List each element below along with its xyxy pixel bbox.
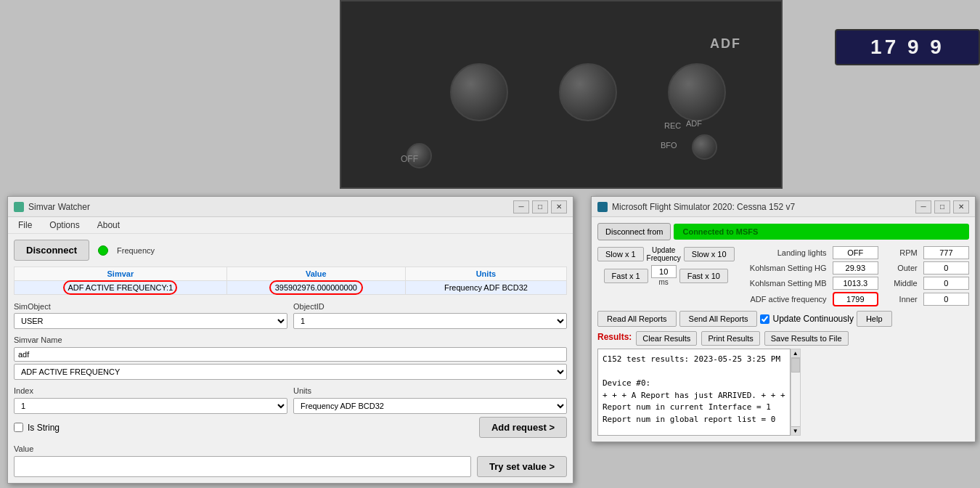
result-line-1 [603, 366, 785, 378]
update-continuously-row: Update Continuously [760, 314, 853, 324]
msfs-connected-bar: Connected to MSFS [674, 224, 969, 240]
simvar-name-input[interactable] [14, 347, 567, 362]
simvar-dropdown[interactable]: ADF ACTIVE FREQUENCY [14, 364, 567, 380]
simvar-maximize-btn[interactable]: □ [532, 200, 548, 214]
simvar-titlebar: Simvar Watcher ─ □ ✕ [8, 197, 573, 217]
read-all-reports-button[interactable]: Read All Reports [597, 311, 677, 327]
result-line-6 [603, 426, 785, 436]
msfs-body: Disconnect from Connected to MSFS Slow x… [592, 217, 975, 442]
msfs-minimize-btn[interactable]: ─ [915, 200, 931, 214]
fast-x10-button[interactable]: Fast x 10 [679, 269, 728, 283]
result-line-3: + + + A Report has just ARRIVED. + + + [603, 390, 785, 402]
add-request-button[interactable]: Add request > [479, 417, 567, 438]
print-results-button[interactable]: Print Results [701, 331, 759, 346]
index-select[interactable]: 1 [14, 398, 287, 414]
value-label: Value [14, 444, 33, 453]
simvar-table-container: Simvar Value Units ADF ACTIVE FREQUENCY:… [14, 267, 567, 295]
fast-x1-button[interactable]: Fast x 1 [604, 269, 648, 283]
msfs-titlebar: Microsoft Flight Simulator 2020: Cessna … [592, 197, 975, 217]
msfs-maximize-btn[interactable]: □ [934, 200, 950, 214]
units-select[interactable]: Frequency ADF BCD32 [293, 398, 567, 414]
results-content: C152 test results: 2023-05-25 3:25 PM De… [597, 349, 791, 436]
rpm-value: 777 [923, 246, 969, 259]
adf-knob-1[interactable] [450, 63, 508, 121]
slow-row: Slow x 1 UpdateFrequency Slow x 10 [597, 246, 735, 262]
update-continuously-label: Update Continuously [772, 314, 853, 324]
menu-options[interactable]: Options [45, 219, 83, 232]
table-row[interactable]: ADF ACTIVE FREQUENCY:1 395902976.0000000… [15, 281, 567, 295]
scroll-down-btn[interactable]: ▼ [791, 426, 800, 435]
msfs-disconnect-button[interactable]: Disconnect from [597, 223, 671, 240]
msfs-window: Microsoft Flight Simulator 2020: Cessna … [591, 196, 976, 442]
simvar-close-btn[interactable]: ✕ [551, 200, 567, 214]
update-freq-label: UpdateFrequency [647, 246, 681, 262]
units-label: Units [293, 386, 311, 395]
objectid-label: ObjectID [293, 302, 567, 311]
simvar-name-label: Simvar Name [14, 336, 62, 344]
landing-lights-label: Landing lights [740, 248, 827, 257]
results-section: Results: Clear Results Print Results Sav… [597, 331, 969, 436]
adf-knob-2[interactable] [559, 63, 617, 121]
simvar-body: Disconnect Frequency Simvar Value Units … [8, 234, 573, 483]
msfs-close-btn[interactable]: ✕ [953, 200, 969, 214]
msfs-fields-grid: Landing lights OFF RPM 777 Kohlsman Sett… [740, 246, 969, 306]
scroll-up-btn[interactable]: ▲ [791, 349, 800, 358]
save-results-button[interactable]: Save Results to File [764, 331, 849, 346]
results-area: C152 test results: 2023-05-25 3:25 PM De… [597, 349, 969, 436]
inner-value: 0 [923, 293, 969, 306]
connection-indicator [98, 245, 108, 256]
simvar-form: SimObject USER ObjectID 1 [14, 302, 567, 329]
inner-label: Inner [884, 295, 918, 304]
outer-label: Outer [884, 264, 918, 272]
cell-units: Frequency ADF BCD32 [405, 281, 566, 295]
ms-center: 10 ms [651, 265, 677, 286]
msfs-title: Microsoft Flight Simulator 2020: Cessna … [597, 202, 795, 212]
adf-freq-value: 1799 [833, 292, 878, 306]
results-scrollbar[interactable]: ▲ ▼ [791, 349, 801, 436]
msfs-action-row: Read All Reports Send All Reports Update… [597, 311, 969, 327]
frequency-label: Frequency [117, 246, 155, 255]
simvar-top-row: Disconnect Frequency [14, 240, 567, 261]
simvar-title-text: Simvar Watcher [28, 202, 90, 212]
send-all-reports-button[interactable]: Send All Reports [679, 311, 758, 327]
try-set-button[interactable]: Try set value > [477, 456, 567, 477]
freq-value-row: Fast x 1 10 ms Fast x 10 [604, 265, 728, 286]
adf-knob-3[interactable] [668, 63, 726, 121]
units-group: Units Frequency ADF BCD32 [293, 386, 567, 414]
index-group: Index 1 [14, 386, 287, 414]
adf-display: 17 9 9 [835, 29, 980, 65]
simobject-select[interactable]: USER [14, 313, 287, 329]
menu-file[interactable]: File [14, 219, 36, 232]
value-section: Value Try set value > [14, 444, 567, 477]
adf-knob-bfo[interactable] [692, 134, 717, 160]
results-header: Results: Clear Results Print Results Sav… [597, 331, 969, 346]
objectid-select[interactable]: 1 [293, 313, 567, 329]
simvar-minimize-btn[interactable]: ─ [513, 200, 529, 214]
slow-x1-button[interactable]: Slow x 1 [597, 247, 644, 261]
msfs-main-layout: Slow x 1 UpdateFrequency Slow x 10 Fast … [597, 246, 969, 306]
index-units-row: Index 1 Units Frequency ADF BCD32 [14, 386, 567, 414]
ms-label: ms [659, 278, 669, 286]
msfs-connection-row: Disconnect from Connected to MSFS [597, 223, 969, 240]
result-line-2: Device #0: [603, 378, 785, 390]
kohlsman-mb-value: 1013.3 [833, 277, 878, 290]
kohlsman-hg-label: Kohlsman Setting HG [740, 264, 827, 272]
msfs-window-controls: ─ □ ✕ [915, 200, 969, 214]
value-input[interactable] [14, 456, 471, 477]
adf-off-label: OFF [401, 154, 418, 164]
disconnect-button[interactable]: Disconnect [14, 240, 89, 261]
menu-about[interactable]: About [93, 219, 124, 232]
scroll-thumb[interactable] [791, 358, 800, 373]
is-string-checkbox[interactable] [14, 423, 23, 432]
result-line-4: Report num in current Interface = 1 [603, 402, 785, 414]
adf-digit-display: 17 9 9 [870, 36, 944, 59]
simobject-label: SimObject [14, 302, 287, 311]
value-row: Try set value > [14, 456, 567, 477]
update-continuously-checkbox[interactable] [760, 314, 769, 324]
clear-results-button[interactable]: Clear Results [636, 331, 697, 346]
simvar-oval: ADF ACTIVE FREQUENCY:1 [63, 280, 177, 295]
slow-x10-button[interactable]: Slow x 10 [684, 247, 735, 261]
rpm-label: RPM [884, 248, 918, 257]
simvar-watcher-window: Simvar Watcher ─ □ ✕ File Options About … [7, 196, 573, 484]
help-button[interactable]: Help [857, 311, 892, 327]
